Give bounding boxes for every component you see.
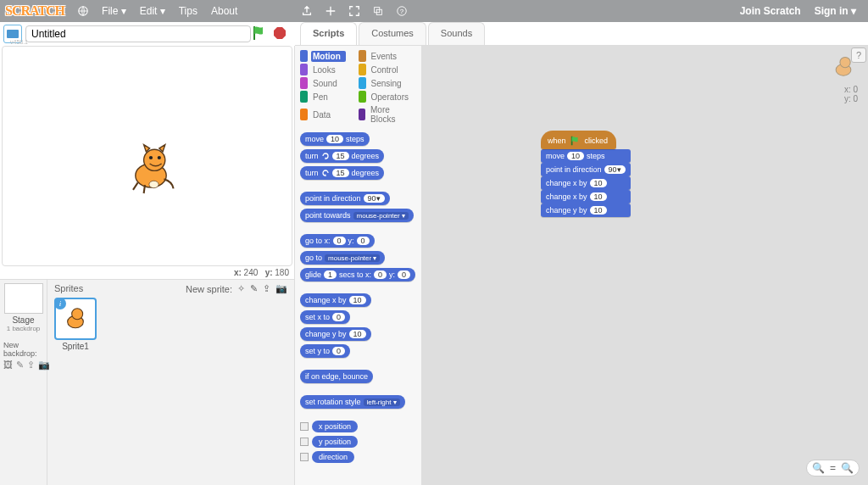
category-data[interactable]: Data (300, 103, 359, 125)
sprite-xy-readout: x: 0 y: 0 (829, 85, 858, 103)
reporter-direction[interactable]: direction (312, 451, 354, 463)
sprites-label: Sprites (54, 283, 83, 294)
block-set-x[interactable]: set x to0 (300, 310, 350, 324)
script-block-2[interactable]: point in direction90▾ (541, 163, 631, 176)
checkbox-y-position[interactable] (300, 438, 309, 446)
stage-label: Stage (3, 315, 43, 325)
backdrop-count: 1 backdrop (3, 325, 43, 332)
choose-backdrop-icon[interactable]: 🖼 (3, 360, 13, 371)
category-operators[interactable]: Operators (359, 90, 417, 103)
svg-point-8 (149, 156, 153, 159)
checkbox-direction[interactable] (300, 453, 309, 461)
share-icon[interactable] (300, 4, 314, 18)
choose-sprite-icon[interactable]: ✧ (237, 283, 245, 294)
zoom-out-button[interactable]: 🔍 (812, 462, 825, 474)
block-change-x[interactable]: change x by10 (300, 293, 371, 307)
category-sound[interactable]: Sound (300, 76, 359, 90)
svg-point-9 (158, 156, 161, 159)
help-icon[interactable]: ? (395, 4, 409, 18)
duplicate-icon[interactable] (371, 4, 385, 18)
upload-backdrop-icon[interactable]: ⇪ (27, 360, 35, 371)
block-set-rotation-style[interactable]: set rotation styleleft-right ▾ (300, 395, 405, 409)
category-swatch (300, 64, 308, 75)
paint-sprite-icon[interactable]: ✎ (250, 283, 258, 294)
block-palette: MotionEventsLooksControlSoundSensingPenO… (295, 46, 422, 485)
script-block-5[interactable]: change y by10 (541, 203, 631, 217)
file-menu[interactable]: File ▾ (102, 5, 126, 17)
script-block-4[interactable]: change x by10 (541, 190, 631, 203)
tips-menu[interactable]: Tips (179, 5, 198, 17)
category-more-blocks[interactable]: More Blocks (359, 103, 417, 125)
category-swatch (359, 50, 366, 62)
green-flag-button[interactable] (251, 25, 268, 43)
block-glide[interactable]: glide1secs to x:0y:0 (300, 268, 415, 282)
scratch-logo[interactable]: SCRATCH (5, 3, 64, 19)
tab-sounds[interactable]: Sounds (428, 22, 485, 45)
svg-point-12 (72, 309, 83, 320)
category-pen[interactable]: Pen (300, 90, 359, 103)
scripts-canvas[interactable]: ? x: 0 y: 0 when clicked move10steps poi… (422, 46, 868, 485)
tab-costumes[interactable]: Costumes (359, 22, 426, 45)
block-turn-ccw[interactable]: turn15degrees (300, 166, 384, 180)
sprite-on-stage[interactable] (121, 140, 181, 199)
reporter-y-position[interactable]: y position (312, 436, 358, 448)
tab-scripts[interactable]: Scripts (300, 22, 357, 45)
block-change-y[interactable]: change y by10 (300, 327, 371, 341)
checkbox-x-position[interactable] (300, 422, 309, 431)
hat-when-flag-clicked[interactable]: when clicked (541, 131, 616, 149)
svg-point-14 (840, 57, 850, 67)
category-label: Data (311, 109, 332, 120)
category-swatch (359, 64, 366, 75)
category-swatch (300, 77, 308, 89)
category-control[interactable]: Control (359, 63, 417, 76)
stage-canvas[interactable] (2, 46, 292, 266)
current-sprite-icon (829, 53, 858, 81)
category-events[interactable]: Events (359, 49, 417, 63)
sprite-thumbnail-sprite1[interactable]: i (54, 298, 97, 340)
category-sensing[interactable]: Sensing (359, 76, 417, 90)
small-stage-icon[interactable] (324, 4, 337, 18)
project-title-input[interactable] (25, 25, 251, 42)
script-block-3[interactable]: change x by10 (541, 176, 631, 190)
join-scratch-link[interactable]: Join Scratch (740, 5, 801, 17)
script-stack[interactable]: when clicked move10steps point in direct… (541, 131, 631, 217)
reporter-x-position[interactable]: x position (312, 421, 358, 432)
upload-sprite-icon[interactable]: ⇪ (263, 283, 270, 294)
category-motion[interactable]: Motion (300, 49, 359, 63)
green-flag-icon (570, 135, 581, 147)
edit-menu[interactable]: Edit ▾ (140, 5, 165, 17)
block-turn-cw[interactable]: turn15degrees (300, 149, 384, 163)
category-looks[interactable]: Looks (300, 63, 359, 76)
category-label: Operators (370, 92, 410, 103)
stage-thumbnail[interactable] (4, 283, 43, 314)
category-swatch (359, 91, 366, 103)
block-goto[interactable]: go tomouse-pointer ▾ (300, 251, 385, 265)
block-move-steps[interactable]: move10steps (300, 132, 370, 146)
block-point-direction[interactable]: point in direction90▾ (300, 192, 390, 205)
sprite-info-button[interactable]: i (54, 298, 66, 309)
fullscreen-icon[interactable] (348, 4, 361, 18)
stop-button[interactable] (273, 26, 287, 42)
svg-point-10 (149, 181, 159, 187)
about-menu[interactable]: About (211, 5, 237, 17)
block-if-edge-bounce[interactable]: if on edge, bounce (300, 370, 373, 383)
sign-in-link[interactable]: Sign in ▾ (815, 5, 856, 17)
category-label: Sensing (370, 78, 403, 89)
block-point-towards[interactable]: point towardsmouse-pointer ▾ (300, 209, 414, 222)
category-label: More Blocks (369, 104, 416, 125)
category-swatch (359, 77, 366, 89)
globe-icon[interactable] (76, 4, 90, 18)
category-swatch (300, 91, 308, 103)
zoom-reset-button[interactable]: = (830, 462, 836, 474)
zoom-in-button[interactable]: 🔍 (841, 462, 854, 474)
camera-sprite-icon[interactable]: 📷 (275, 283, 287, 294)
category-swatch (300, 50, 308, 62)
block-set-y[interactable]: set y to0 (300, 344, 350, 358)
category-swatch (359, 109, 366, 120)
svg-text:?: ? (400, 8, 404, 15)
category-label: Pen (311, 92, 330, 103)
block-goto-xy[interactable]: go to x:0y:0 (300, 234, 375, 248)
svg-point-7 (144, 149, 165, 170)
script-block-1[interactable]: move10steps (541, 149, 631, 163)
paint-backdrop-icon[interactable]: ✎ (16, 360, 24, 371)
